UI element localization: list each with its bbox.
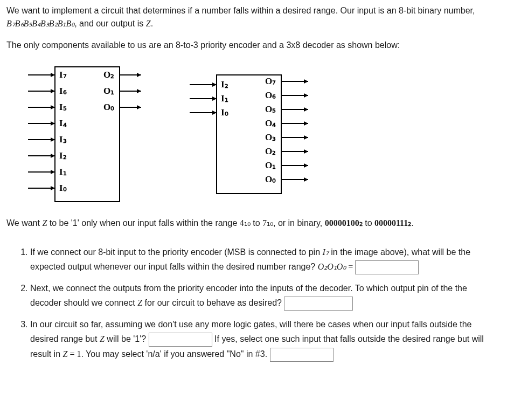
text: We want (6, 218, 42, 228)
svg-marker-42 (212, 111, 217, 115)
range-low-dec: 4₁₀ (240, 218, 251, 228)
text: . (151, 19, 153, 28)
svg-marker-55 (304, 121, 308, 126)
svg-text:I₁: I₁ (221, 93, 228, 104)
svg-text:I₂: I₂ (59, 150, 67, 161)
text: for our circuit to behave as desired? (142, 298, 284, 307)
priority-encoder-diagram: I₇I₆I₅I₄I₃I₂I₁I₀ O₂O₁O₀ (17, 61, 147, 207)
i7-var: I₇ (323, 247, 329, 257)
text: If we connect our 8-bit input to the pri… (30, 247, 323, 257)
intro-paragraph-1: We want to implement a circuit that dete… (6, 4, 501, 30)
svg-marker-27 (137, 73, 141, 77)
svg-text:O₆: O₆ (265, 90, 276, 100)
svg-marker-17 (51, 154, 55, 158)
svg-marker-67 (304, 177, 308, 182)
svg-text:O₃: O₃ (265, 132, 276, 142)
svg-marker-2 (51, 73, 55, 77)
text: to (251, 218, 262, 228)
text: . You may select 'n/a' if you answered "… (81, 349, 269, 359)
svg-marker-20 (51, 170, 55, 174)
svg-text:O₁: O₁ (103, 86, 114, 96)
svg-marker-33 (137, 105, 141, 109)
bits-var: B₇B₆B₅B₄B₃B₂B₁B₀ (6, 19, 74, 28)
eq-one: = 1 (67, 349, 81, 359)
text: will be '1'? (105, 334, 149, 343)
svg-marker-36 (212, 82, 217, 87)
question-3: In our circuit so far, assuming we don't… (30, 317, 501, 362)
svg-text:O₇: O₇ (265, 76, 276, 86)
svg-text:I₁: I₁ (59, 167, 67, 177)
svg-marker-30 (137, 89, 141, 93)
svg-text:O₄: O₄ (265, 118, 276, 128)
z-var: Z (137, 298, 142, 307)
question-2: Next, we connect the outputs from the pr… (30, 281, 501, 311)
svg-marker-49 (304, 93, 308, 98)
q3-yesno-input[interactable] (149, 333, 212, 347)
svg-marker-61 (304, 149, 308, 154)
decoder-diagram: I₂I₁I₀ O₇O₆O₅O₄O₃O₂O₁O₀ (179, 70, 319, 199)
svg-marker-39 (212, 97, 217, 101)
range-paragraph: We want Z to be '1' only when our input … (6, 217, 501, 230)
svg-text:I₂: I₂ (221, 79, 228, 89)
text: , or in binary, (273, 218, 325, 228)
text: We want to implement a circuit that dete… (6, 6, 475, 15)
svg-text:I₅: I₅ (59, 102, 67, 112)
text: to (363, 218, 374, 228)
output-vars: O₂O₁O₀ (318, 262, 346, 271)
svg-text:I₀: I₀ (59, 183, 67, 193)
range-high-bin: 00000111₂ (374, 218, 411, 228)
svg-marker-8 (51, 105, 55, 109)
svg-marker-11 (51, 121, 55, 126)
svg-text:O₂: O₂ (265, 146, 276, 156)
svg-text:I₆: I₆ (59, 86, 67, 96)
svg-text:O₅: O₅ (265, 104, 276, 114)
svg-marker-52 (304, 107, 308, 112)
range-high-dec: 7₁₀ (262, 218, 273, 228)
z-var: Z (100, 334, 105, 343)
svg-text:I₄: I₄ (59, 118, 67, 128)
question-1: If we connect our 8-bit input to the pri… (30, 245, 501, 274)
z-var: Z (146, 19, 151, 28)
svg-marker-14 (51, 137, 55, 142)
svg-text:I₇: I₇ (59, 70, 67, 80)
intro-paragraph-2: The only components available to us are … (6, 39, 501, 52)
svg-marker-5 (51, 89, 55, 93)
equals: = (346, 262, 355, 271)
question-list: If we connect our 8-bit input to the pri… (6, 245, 501, 362)
z-var: Z (42, 218, 47, 228)
svg-text:O₂: O₂ (103, 70, 114, 80)
svg-marker-46 (304, 79, 308, 84)
q3-input-select[interactable] (270, 348, 334, 362)
svg-marker-23 (51, 186, 55, 190)
text: , and our output is (74, 19, 146, 28)
diagram-row: I₇I₆I₅I₄I₃I₂I₁I₀ O₂O₁O₀ I₂I₁I₀ O₇O₆O₅O₄O… (17, 61, 501, 207)
svg-text:O₀: O₀ (103, 102, 114, 112)
svg-text:I₃: I₃ (59, 134, 67, 144)
svg-marker-64 (304, 163, 308, 168)
text: . (411, 218, 413, 228)
range-low-bin: 00000100₂ (325, 218, 363, 228)
svg-text:O₀: O₀ (265, 174, 276, 184)
svg-text:O₁: O₁ (265, 160, 276, 170)
q2-answer-input[interactable] (284, 297, 353, 311)
q1-answer-input[interactable] (355, 260, 419, 274)
svg-marker-58 (304, 135, 308, 140)
svg-text:I₀: I₀ (221, 107, 228, 118)
text: to be '1' only when our input falls with… (47, 218, 239, 228)
